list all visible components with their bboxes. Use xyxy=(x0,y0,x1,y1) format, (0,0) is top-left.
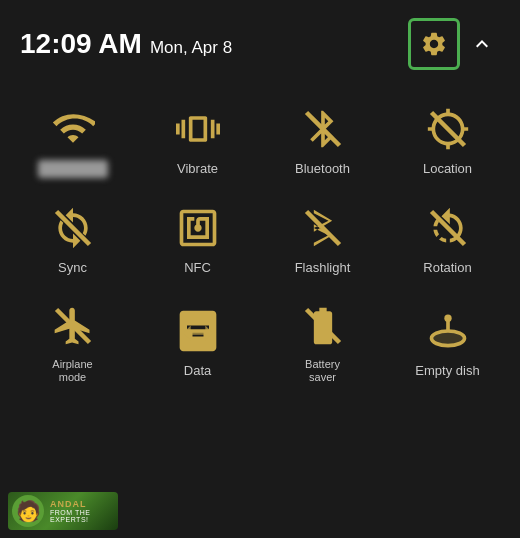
airplane-icon xyxy=(49,302,97,350)
tile-battery-saver[interactable]: Batterysaver xyxy=(260,288,385,396)
wifi-label-blurred xyxy=(38,160,108,178)
bluetooth-icon xyxy=(299,105,347,153)
tile-bluetooth[interactable]: Bluetooth xyxy=(260,90,385,190)
bluetooth-svg xyxy=(301,107,345,151)
tile-data[interactable]: Data xyxy=(135,288,260,396)
watermark-sub: FROM THE EXPERTS! xyxy=(50,509,118,523)
tile-data-label: Data xyxy=(184,363,211,379)
tile-nfc-label: NFC xyxy=(184,260,211,276)
nfc-icon xyxy=(174,204,222,252)
watermark-brand: ANDAL xyxy=(50,499,118,509)
tile-location-label: Location xyxy=(423,161,472,177)
header-actions xyxy=(408,18,500,70)
tile-location[interactable]: Location xyxy=(385,90,510,190)
empty-dish-svg xyxy=(426,309,470,353)
watermark: 🧑 ANDAL FROM THE EXPERTS! xyxy=(0,488,140,538)
watermark-text: ANDAL FROM THE EXPERTS! xyxy=(50,499,118,523)
tile-sync[interactable]: Sync xyxy=(10,190,135,288)
gear-icon xyxy=(420,30,448,58)
tile-airplane[interactable]: Airplanemode xyxy=(10,288,135,396)
tile-flashlight-label: Flashlight xyxy=(295,260,351,276)
tile-vibrate[interactable]: Vibrate xyxy=(135,90,260,190)
tile-bluetooth-label: Bluetooth xyxy=(295,161,350,177)
flashlight-svg xyxy=(301,206,345,250)
date-display: Mon, Apr 8 xyxy=(150,38,232,58)
sync-svg xyxy=(51,206,95,250)
tile-nfc[interactable]: NFC xyxy=(135,190,260,288)
tile-flashlight[interactable]: Flashlight xyxy=(260,190,385,288)
rotation-svg xyxy=(426,206,470,250)
location-icon xyxy=(424,105,472,153)
tile-battery-saver-label: Batterysaver xyxy=(305,358,340,384)
svg-point-9 xyxy=(444,314,451,321)
svg-point-8 xyxy=(431,331,464,346)
battery-saver-icon xyxy=(299,302,347,350)
chevron-up-icon xyxy=(470,32,494,56)
quick-tiles-grid: Vibrate Bluetooth Location Sync xyxy=(0,80,520,396)
data-icon xyxy=(174,307,222,355)
tile-airplane-label: Airplanemode xyxy=(52,358,92,384)
tile-empty-dish[interactable]: Empty dish xyxy=(385,288,510,396)
tile-wifi[interactable] xyxy=(10,90,135,190)
time-display: 12:09 AM xyxy=(20,28,142,60)
vibrate-icon xyxy=(174,105,222,153)
airplane-svg xyxy=(51,304,95,348)
tile-sync-label: Sync xyxy=(58,260,87,276)
tile-rotation-label: Rotation xyxy=(423,260,471,276)
collapse-button[interactable] xyxy=(464,26,500,62)
nfc-svg xyxy=(176,206,220,250)
rotation-icon xyxy=(424,204,472,252)
tile-empty-dish-label: Empty dish xyxy=(415,363,479,379)
tile-vibrate-label: Vibrate xyxy=(177,161,218,177)
sync-icon xyxy=(49,204,97,252)
vibrate-svg xyxy=(176,107,220,151)
data-svg xyxy=(176,309,220,353)
wifi-svg xyxy=(51,106,95,150)
time-date: 12:09 AM Mon, Apr 8 xyxy=(20,28,232,60)
watermark-face-icon: 🧑 xyxy=(12,495,44,527)
watermark-logo: 🧑 ANDAL FROM THE EXPERTS! xyxy=(8,492,118,530)
flashlight-icon xyxy=(299,204,347,252)
tile-rotation[interactable]: Rotation xyxy=(385,190,510,288)
settings-button[interactable] xyxy=(408,18,460,70)
battery-saver-svg xyxy=(301,304,345,348)
header: 12:09 AM Mon, Apr 8 xyxy=(0,0,520,80)
location-svg xyxy=(426,107,470,151)
wifi-icon xyxy=(49,104,97,152)
empty-dish-icon xyxy=(424,307,472,355)
